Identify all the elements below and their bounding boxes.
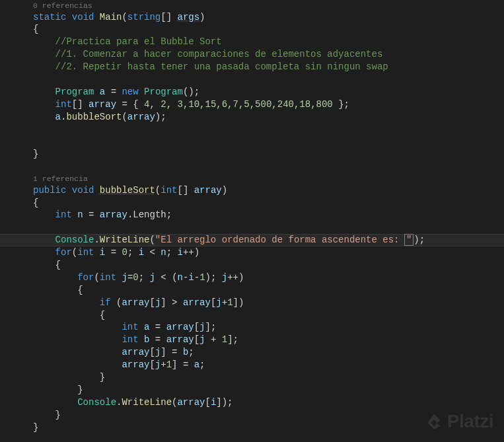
code-line[interactable]: int n = array.Length; <box>12 209 504 221</box>
code-line[interactable]: Console.WriteLine(array[i]); <box>12 396 504 409</box>
code-line[interactable] <box>12 124 504 136</box>
code-line[interactable] <box>12 135 504 148</box>
code-line[interactable]: //Practica para el Bubble Sort <box>12 36 504 48</box>
code-line[interactable] <box>12 73 504 86</box>
codelens-bubblesort[interactable]: 1 referencia <box>12 174 504 184</box>
code-line[interactable]: static void Main(string[] args) <box>12 11 504 24</box>
code-line[interactable]: array[j] = b; <box>12 346 504 359</box>
code-line[interactable]: //2. Repetir hasta tener una pasada comp… <box>12 61 504 73</box>
code-line[interactable]: { <box>12 197 504 209</box>
code-line[interactable]: array[j+1] = a; <box>12 359 504 371</box>
code-line[interactable]: int a = array[j]; <box>12 321 504 334</box>
codelens-main[interactable]: 0 referencias <box>12 1 504 11</box>
platzi-logo-icon <box>425 412 443 431</box>
code-line[interactable]: for(int j=0; j < (n-i-1); j++) <box>12 272 504 284</box>
code-line[interactable]: public void bubbleSort(int[] array) <box>12 184 504 197</box>
code-line[interactable]: } <box>12 371 504 384</box>
code-line[interactable] <box>12 221 504 234</box>
code-line[interactable]: if (array[j] > array[j+1]) <box>12 297 504 309</box>
code-line[interactable]: { <box>12 284 504 297</box>
code-line[interactable]: a.bubbleSort(array); <box>12 111 504 124</box>
code-editor[interactable]: 0 referencias static void Main(string[] … <box>0 1 504 433</box>
code-line[interactable]: { <box>12 309 504 322</box>
code-line[interactable]: int[] array = { 4, 2, 3,10,15,6,7,5,500,… <box>12 98 504 111</box>
code-line[interactable]: Program a = new Program(); <box>12 86 504 98</box>
code-line[interactable]: for(int i = 0; i < n; i++) <box>12 246 504 259</box>
code-line[interactable]: { <box>12 23 504 36</box>
code-line[interactable]: } <box>12 148 504 161</box>
code-line-current[interactable]: Console.WriteLine("El arreglo ordenado d… <box>0 234 504 246</box>
code-line[interactable]: { <box>12 259 504 272</box>
text-cursor: " <box>404 234 414 246</box>
code-line[interactable]: //1. Comenzar a hacer comparaciones de e… <box>12 48 504 61</box>
code-line[interactable]: } <box>12 384 504 396</box>
code-line[interactable] <box>12 161 504 173</box>
code-line[interactable]: int b = array[j + 1]; <box>12 334 504 346</box>
platzi-watermark: Platzi <box>425 409 493 434</box>
